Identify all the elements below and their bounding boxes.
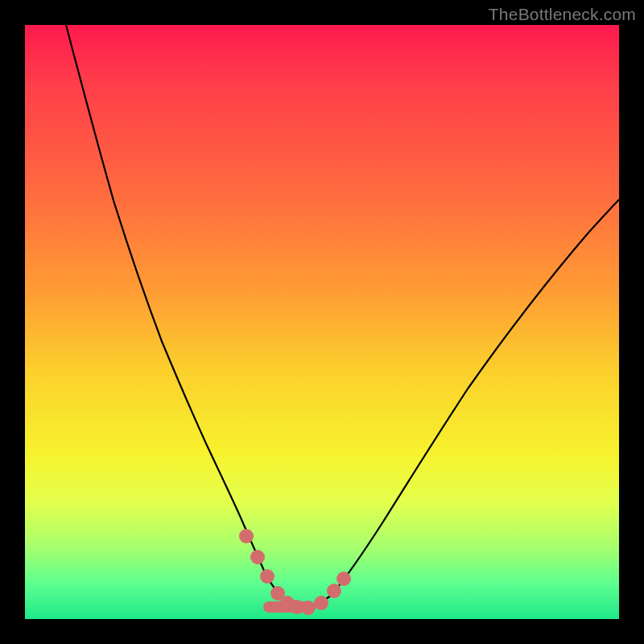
marker-dot [239,529,254,543]
chart-frame: TheBottleneck.com [0,0,644,644]
marker-dot [301,601,316,615]
bottleneck-curve [66,25,619,607]
marker-dot [260,569,275,584]
plot-area [25,25,619,619]
marker-dot [327,584,341,598]
marker-dot [280,596,295,610]
marker-dot [336,572,351,586]
marker-dot [250,550,265,564]
watermark-text: TheBottleneck.com [489,5,636,24]
marker-dot [290,600,304,614]
marker-flat-bar [263,601,315,613]
curve-layer [25,25,619,619]
marker-dot [314,596,328,610]
marker-dot [270,586,285,601]
